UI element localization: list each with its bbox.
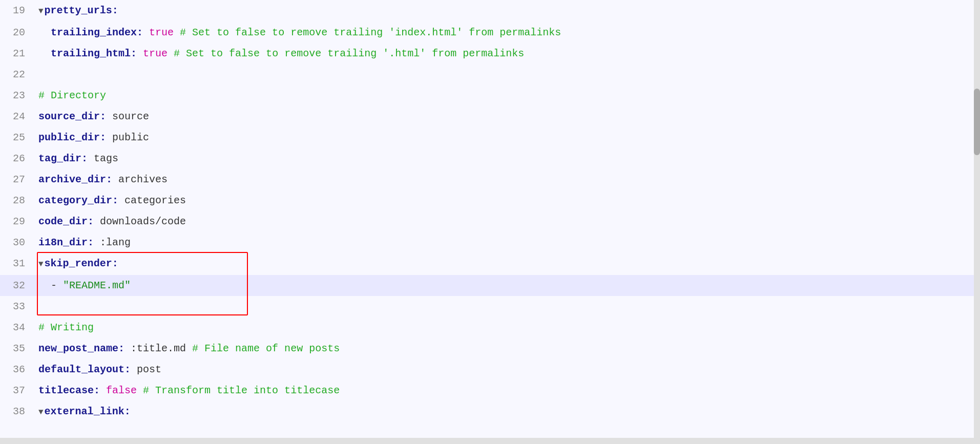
line-num-38: 38: [0, 401, 33, 423]
line-content-30: i18n_dir: :lang: [33, 232, 980, 253]
line-content-29: code_dir: downloads/code: [33, 211, 980, 232]
code-line-19: 19 ▼pretty_urls:: [0, 0, 980, 22]
code-line-34: 34 # Writing: [0, 317, 980, 338]
key-code-dir: code_dir:: [38, 216, 94, 227]
code-area[interactable]: 19 ▼pretty_urls: 20 trailing_index: true…: [0, 0, 980, 444]
key-new-post-name: new_post_name:: [38, 343, 124, 354]
line-content-22: [33, 64, 980, 85]
line-content-27: archive_dir: archives: [33, 169, 980, 190]
scrollbar-thumb[interactable]: [974, 89, 980, 155]
key-public-dir: public_dir:: [38, 132, 106, 143]
line-content-21: trailing_html: true # Set to false to re…: [33, 43, 980, 64]
line-num-32: 32: [0, 275, 33, 296]
code-line-24: 24 source_dir: source: [0, 106, 980, 127]
fold-icon-31[interactable]: ▼: [38, 260, 44, 269]
code-line-25: 25 public_dir: public: [0, 127, 980, 148]
line-content-28: category_dir: categories: [33, 190, 980, 211]
key-source-dir: source_dir:: [38, 111, 106, 122]
line-num-34: 34: [0, 317, 33, 338]
line-num-30: 30: [0, 232, 33, 253]
line-num-35: 35: [0, 338, 33, 359]
line-content-19: ▼pretty_urls:: [33, 0, 980, 22]
code-line-27: 27 archive_dir: archives: [0, 169, 980, 190]
comment-trailing-html: # Set to false to remove trailing '.html…: [174, 48, 524, 59]
line-content-35: new_post_name: :title.md # File name of …: [33, 338, 980, 359]
val-i18n-dir: :lang: [100, 237, 131, 248]
comment-writing: # Writing: [38, 322, 94, 333]
line-num-37: 37: [0, 380, 33, 401]
key-skip-render: skip_render:: [45, 258, 118, 269]
line-num-33: 33: [0, 296, 33, 317]
code-line-38: 38 ▼external_link:: [0, 401, 980, 423]
code-line-22: 22: [0, 64, 980, 85]
line-content-31: ▼skip_render:: [33, 253, 980, 275]
comment-directory: # Directory: [38, 90, 106, 101]
key-default-layout: default_layout:: [38, 364, 131, 375]
code-line-37: 37 titlecase: false # Transform title in…: [0, 380, 980, 401]
line-num-27: 27: [0, 169, 33, 190]
scrollbar-track: [974, 0, 980, 444]
line-content-33: [33, 296, 980, 317]
key-i18n-dir: i18n_dir:: [38, 237, 94, 248]
line-content-20: trailing_index: true # Set to false to r…: [33, 22, 980, 43]
code-line-29: 29 code_dir: downloads/code: [0, 211, 980, 232]
line-content-32: - "README.md": [33, 275, 980, 296]
line-content-23: # Directory: [33, 85, 980, 106]
fold-icon-19[interactable]: ▼: [38, 7, 44, 16]
val-default-layout: post: [137, 364, 161, 375]
line-num-25: 25: [0, 127, 33, 148]
comment-trailing-index: # Set to false to remove trailing 'index…: [180, 27, 561, 38]
bottom-scrollbar[interactable]: [0, 438, 974, 444]
line-content-36: default_layout: post: [33, 359, 980, 380]
code-line-33: 33: [0, 296, 980, 317]
key-tag-dir: tag_dir:: [38, 153, 88, 164]
key-category-dir: category_dir:: [38, 195, 118, 206]
code-line-35: 35 new_post_name: :title.md # File name …: [0, 338, 980, 359]
key-trailing-index: trailing_index:: [51, 27, 143, 38]
key-pretty-urls: pretty_urls:: [45, 5, 118, 16]
line-num-24: 24: [0, 106, 33, 127]
code-line-31: 31 ▼skip_render:: [0, 253, 980, 275]
val-readme: "README.md": [63, 280, 131, 291]
val-source-dir: source: [112, 111, 149, 122]
code-line-36: 36 default_layout: post: [0, 359, 980, 380]
line-num-19: 19: [0, 0, 33, 22]
line-num-36: 36: [0, 359, 33, 380]
line-content-34: # Writing: [33, 317, 980, 338]
line-num-22: 22: [0, 64, 33, 85]
code-line-23: 23 # Directory: [0, 85, 980, 106]
line-num-23: 23: [0, 85, 33, 106]
line-content-26: tag_dir: tags: [33, 148, 980, 169]
val-code-dir: downloads/code: [100, 216, 186, 227]
val-titlecase: false: [106, 385, 137, 396]
code-line-32: 32 - "README.md": [0, 275, 980, 296]
line-content-25: public_dir: public: [33, 127, 980, 148]
code-line-21: 21 trailing_html: true # Set to false to…: [0, 43, 980, 64]
val-public-dir: public: [112, 132, 149, 143]
line-content-37: titlecase: false # Transform title into …: [33, 380, 980, 401]
comment-titlecase: # Transform title into titlecase: [143, 385, 340, 396]
val-new-post-name: :title.md: [131, 343, 186, 354]
code-line-20: 20 trailing_index: true # Set to false t…: [0, 22, 980, 43]
val-trailing-index: true: [149, 27, 174, 38]
line-num-20: 20: [0, 22, 33, 43]
fold-icon-38[interactable]: ▼: [38, 408, 44, 417]
line-num-28: 28: [0, 190, 33, 211]
key-external-link: external_link:: [45, 406, 131, 417]
line-content-24: source_dir: source: [33, 106, 980, 127]
line-content-38: ▼external_link:: [33, 401, 980, 423]
key-titlecase: titlecase:: [38, 385, 100, 396]
key-archive-dir: archive_dir:: [38, 174, 112, 185]
val-category-dir: categories: [124, 195, 186, 206]
code-line-30: 30 i18n_dir: :lang: [0, 232, 980, 253]
comment-new-post-name: # File name of new posts: [192, 343, 340, 354]
line-num-29: 29: [0, 211, 33, 232]
val-archive-dir: archives: [118, 174, 168, 185]
val-trailing-html: true: [143, 48, 168, 59]
line-num-31: 31: [0, 253, 33, 275]
editor-container: 19 ▼pretty_urls: 20 trailing_index: true…: [0, 0, 980, 444]
code-line-28: 28 category_dir: categories: [0, 190, 980, 211]
key-trailing-html: trailing_html:: [51, 48, 137, 59]
line-num-21: 21: [0, 43, 33, 64]
code-line-26: 26 tag_dir: tags: [0, 148, 980, 169]
